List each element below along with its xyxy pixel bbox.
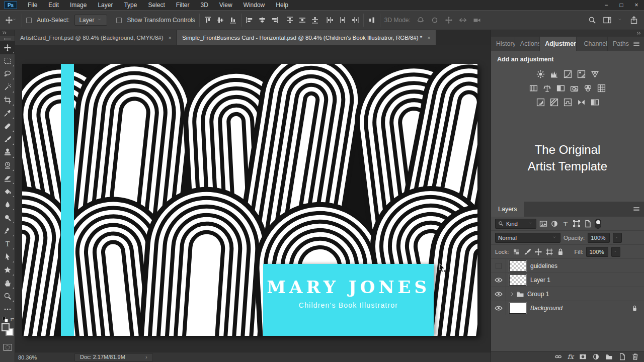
opacity-field[interactable]: 100%: [588, 233, 610, 243]
color-lookup-icon[interactable]: [597, 83, 607, 93]
distribute-vertical-centers-icon[interactable]: [298, 16, 306, 24]
fill-dropdown-button[interactable]: [611, 247, 620, 257]
layer-row-background[interactable]: Background: [491, 301, 644, 315]
zoom-level-field[interactable]: 80.36%: [18, 354, 44, 360]
layer-filter-kind-dropdown[interactable]: Kind: [495, 219, 536, 229]
tool-preset-chevron-icon[interactable]: [13, 16, 18, 24]
delete-layer-icon[interactable]: [631, 353, 639, 360]
hue-saturation-icon[interactable]: [529, 83, 539, 93]
minimize-button[interactable]: −: [599, 2, 614, 9]
align-left-edges-icon[interactable]: [246, 16, 254, 24]
align-top-edges-icon[interactable]: [204, 16, 212, 24]
type-layer-filter-icon[interactable]: T: [561, 220, 570, 228]
distribute-left-icon[interactable]: [326, 16, 334, 24]
tab-adjustments[interactable]: Adjustments: [540, 37, 577, 51]
channel-mixer-icon[interactable]: [583, 83, 593, 93]
panel-menu-icon[interactable]: [633, 40, 640, 48]
layer-thumbnail[interactable]: [509, 303, 526, 314]
align-right-edges-icon[interactable]: [271, 16, 279, 24]
menu-select[interactable]: Select: [142, 0, 170, 10]
tab-layers[interactable]: Layers: [491, 202, 524, 217]
layer-thumbnail[interactable]: [509, 260, 526, 272]
lock-position-icon[interactable]: [534, 248, 542, 256]
collapse-panels-icon[interactable]: [635, 31, 642, 36]
blur-tool[interactable]: [0, 198, 15, 211]
visibility-toggle[interactable]: [491, 273, 506, 287]
search-icon[interactable]: [588, 16, 596, 24]
menu-3d[interactable]: 3D: [195, 0, 213, 10]
menu-window[interactable]: Window: [238, 0, 271, 10]
add-layer-mask-icon[interactable]: [579, 353, 587, 360]
show-transform-controls-checkbox[interactable]: [116, 18, 122, 23]
pixel-layer-filter-icon[interactable]: [539, 220, 547, 228]
layer-row-group1[interactable]: Group 1: [491, 287, 644, 301]
blend-mode-dropdown[interactable]: Normal: [495, 233, 560, 243]
expand-panel-icon[interactable]: [2, 31, 8, 36]
chevron-down-icon[interactable]: [618, 16, 623, 24]
quick-selection-tool[interactable]: [0, 80, 15, 94]
brightness-contrast-icon[interactable]: [535, 69, 545, 79]
document-tab-inactive[interactable]: ArtistCard_Front.psd @ 80.4% (Background…: [15, 30, 177, 45]
distribute-top-icon[interactable]: [286, 16, 294, 24]
layer-style-fx-icon[interactable]: fx: [568, 353, 574, 360]
fill-field[interactable]: 100%: [586, 247, 608, 257]
smart-object-filter-icon[interactable]: [584, 220, 592, 228]
invert-icon[interactable]: [535, 97, 545, 107]
slide-3d-icon[interactable]: [459, 16, 467, 24]
menu-edit[interactable]: Edit: [43, 0, 64, 10]
visibility-toggle[interactable]: [491, 301, 506, 315]
shape-layer-filter-icon[interactable]: [573, 220, 581, 228]
history-brush-tool[interactable]: [0, 159, 15, 172]
tab-actions[interactable]: Actions: [515, 37, 540, 51]
new-group-icon[interactable]: [605, 353, 613, 360]
dodge-tool[interactable]: [0, 211, 15, 224]
distribute-bottom-icon[interactable]: [311, 16, 319, 24]
align-horizontal-centers-icon[interactable]: [258, 16, 266, 24]
menu-image[interactable]: Image: [64, 0, 92, 10]
close-icon[interactable]: ×: [427, 35, 430, 41]
black-white-icon[interactable]: [556, 83, 566, 93]
curves-icon[interactable]: [562, 69, 573, 79]
tab-channels[interactable]: Channels: [579, 37, 608, 51]
auto-select-checkbox[interactable]: [26, 18, 32, 23]
link-layers-icon[interactable]: [554, 353, 562, 360]
zoom-tool[interactable]: [0, 290, 15, 303]
layers-panel-menu-icon[interactable]: [633, 205, 640, 213]
layer-row-guidelines[interactable]: guidelines: [491, 259, 644, 273]
close-button[interactable]: ×: [629, 2, 644, 9]
brush-tool[interactable]: [0, 133, 15, 146]
quick-mask-button[interactable]: [3, 344, 12, 351]
move-tool[interactable]: [0, 41, 15, 54]
crop-tool[interactable]: [0, 94, 15, 107]
adjustment-layer-filter-icon[interactable]: [550, 220, 558, 228]
camera-3d-icon[interactable]: [473, 16, 481, 24]
threshold-icon[interactable]: [562, 97, 573, 107]
edit-toolbar-button[interactable]: [0, 303, 15, 316]
workspace-switcher-icon[interactable]: [603, 16, 611, 24]
gradient-map-icon[interactable]: [590, 97, 600, 107]
new-layer-icon[interactable]: [618, 353, 626, 360]
new-adjustment-layer-icon[interactable]: [592, 353, 600, 360]
swap-colors-icon[interactable]: ⇄: [10, 317, 14, 322]
visibility-toggle[interactable]: [491, 287, 506, 301]
distribute-spacing-icon[interactable]: [368, 16, 376, 24]
path-selection-tool[interactable]: [0, 250, 15, 263]
layer-thumbnail[interactable]: [509, 275, 526, 286]
drag-3d-icon[interactable]: [445, 16, 453, 24]
toolbar-grip[interactable]: [0, 36, 15, 41]
menu-view[interactable]: View: [214, 0, 238, 10]
type-tool[interactable]: T: [0, 237, 15, 250]
visibility-toggle[interactable]: [491, 259, 506, 273]
align-vertical-centers-icon[interactable]: [216, 16, 224, 24]
auto-select-target-dropdown[interactable]: Layer: [74, 15, 107, 26]
opacity-dropdown-button[interactable]: [613, 233, 622, 243]
marquee-tool[interactable]: [0, 54, 15, 67]
menu-type[interactable]: Type: [118, 0, 142, 10]
lock-artboard-icon[interactable]: [545, 248, 553, 256]
maximize-button[interactable]: □: [614, 2, 629, 9]
status-chevron-icon[interactable]: ›: [145, 353, 147, 361]
doc-size-field[interactable]: Doc: 2.17M/81.9M ›: [74, 353, 153, 361]
eraser-tool[interactable]: [0, 172, 15, 185]
pen-tool[interactable]: [0, 224, 15, 237]
tab-paths[interactable]: Paths: [608, 37, 629, 51]
